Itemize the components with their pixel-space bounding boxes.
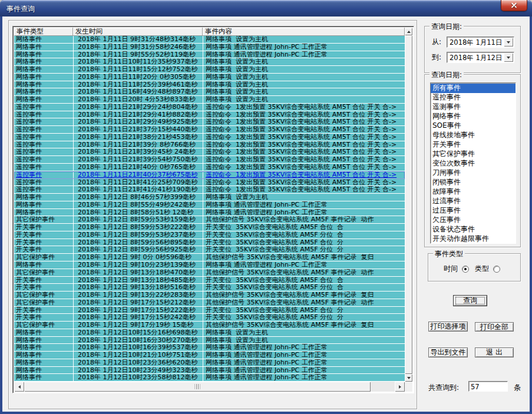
filter-list-item[interactable]: 变位次数事件 — [431, 159, 516, 168]
table-row[interactable]: 开关事件2018年 1月12日 8时59分53秒222毫秒开关变位 35KV综合… — [14, 224, 405, 231]
table-cell: 网络事件 — [14, 261, 73, 269]
table-row[interactable]: 遥控事件2018年 1月11日21时29分24秒804毫秒遥控命令 1发出预置 … — [14, 104, 405, 111]
table-row[interactable]: 网络事件2018年 1月12日10时23分58秒812毫秒网络事项 通讯管理进程… — [14, 374, 405, 382]
table-row[interactable]: 遥控事件2018年 1月11日21时29分41秒882毫秒遥控命令 1发出预置 … — [14, 111, 405, 119]
table-row[interactable]: 网络事件2018年 1月11日20时 4分53秒833毫秒网络事项 设置为主机 — [14, 96, 405, 104]
filter-list-item[interactable]: 其它保护事件 — [431, 150, 516, 159]
table-row[interactable]: 网络事件2018年 1月12日 9时10分23秒139毫秒网络事项 通讯管理进程… — [14, 261, 405, 269]
table-row[interactable]: 网络事件2018年 1月12日10时16分30秒270毫秒网络事项 设置为主机 — [14, 337, 405, 345]
table-cell: 2018年 1月11日11时25分39秒461毫秒 — [73, 81, 203, 88]
scroll-up-button[interactable] — [405, 28, 412, 35]
table-row[interactable]: 网络事件2018年 1月11日 9时31分48秒314毫秒网络事项 设置为主机 — [14, 36, 405, 44]
filter-list-item[interactable]: 故障事件 — [431, 187, 516, 197]
filter-list-item[interactable]: 过流事件 — [431, 197, 516, 206]
table-row[interactable]: 其它保护事件2018年 1月12日 9时17分19秒 15毫秒其他保护信号 35… — [14, 322, 405, 329]
table-cell: 2018年 1月11日10时11分35秒937毫秒 — [73, 58, 203, 65]
table-row[interactable]: 其它保护事件2018年 1月12日 8时59分53秒159毫秒其他保护信号 35… — [14, 216, 405, 224]
table-row[interactable]: 遥控事件2018年 1月11日21时40分 0秒765毫秒遥控命令 1发出预置 … — [14, 164, 405, 171]
filter-list-item[interactable]: 遥测事件 — [431, 102, 516, 112]
table-row[interactable]: 网络事件2018年 1月12日10时16分39秒537毫秒网络事项 通讯管理进程… — [14, 344, 405, 352]
table-row[interactable]: 网络事件2018年 1月11日11时20分 0秒305毫秒网络事项 设置为主机 — [14, 74, 405, 81]
table-row[interactable]: 网络事件2018年 1月12日10时15分16秒698毫秒网络事项 设置为主机 — [14, 329, 405, 337]
filter-list-item[interactable]: SOE事件 — [431, 121, 516, 131]
vertical-scrollbar[interactable] — [405, 28, 412, 382]
table-row[interactable]: 网络事件2018年 1月11日16时49分48秒897毫秒网络事项 设置为主机 — [14, 88, 405, 96]
column-header-event-type[interactable]: 事件类型 — [14, 28, 73, 36]
table-row[interactable]: 其它保护事件2018年 1月12日 9时17分15秒212毫秒其他保护信号 35… — [14, 299, 405, 307]
table-row[interactable]: 网络事件2018年 1月12日 8时55分49秒242毫秒网络事项 通讯管理进程… — [14, 201, 405, 209]
export-file-button[interactable]: 导出到文件 — [428, 347, 468, 357]
filter-list-item[interactable]: 母线接地事件 — [431, 131, 516, 140]
table-row[interactable]: 遥控事件2018年 1月11日21时41分25秒709毫秒遥控命令 1发出预置 … — [14, 179, 405, 187]
table-row[interactable]: 遥控事件2018年 1月11日21时39分 8秒766毫秒遥控命令 1发出预置 … — [14, 141, 405, 149]
table-row[interactable]: 遥控事件2018年 1月11日21时40分37秒675毫秒遥控命令 1发出预置 … — [14, 171, 405, 179]
table-cell: 2018年 1月12日 9时13分18秒485毫秒 — [73, 277, 203, 284]
scroll-right-button[interactable] — [395, 382, 405, 392]
table-row[interactable]: 开关事件2018年 1月12日 8时59分56秒925毫秒开关变位 35KV综合… — [14, 246, 405, 254]
table-cell: 网络事项 设置为主机 — [203, 194, 405, 201]
titlebar[interactable]: 事件查询 — [0, 0, 532, 16]
table-row[interactable]: 遥控事件2018年 1月11日21时39分54秒750毫秒遥控命令 1发出预置 … — [14, 156, 405, 164]
table-cell: 网络事件 — [14, 359, 73, 366]
table-row[interactable]: 遥控事件2018年 1月11日21时37分15秒440毫秒遥控命令 1发出预置 … — [14, 126, 405, 134]
scroll-left-button[interactable] — [14, 382, 24, 392]
from-date-dropdown-button[interactable] — [504, 38, 513, 47]
table-row[interactable]: 遥控事件2018年 1月11日21时38分21秒453毫秒遥控命令 1发出预置 … — [14, 134, 405, 141]
filter-list-item[interactable]: 遥控事件 — [431, 93, 516, 102]
table-row[interactable]: 开关事件2018年 1月12日 9时17分15秒242毫秒开关变位 35KV综合… — [14, 314, 405, 322]
table-row[interactable]: 其它保护事件2018年 1月12日 9时13分18秒470毫秒其他保护信号 35… — [14, 269, 405, 277]
table-row[interactable]: 开关事件2018年 1月12日 8时59分53秒237毫秒开关变位 35KV综合… — [14, 231, 405, 239]
table-row[interactable]: 遥控事件2018年 1月11日21时39分45秒 24毫秒遥控命令 1发出预置 … — [14, 148, 405, 156]
query-button[interactable]: 查询 — [453, 295, 487, 306]
table-row[interactable]: 网络事件2018年 1月11日11时15分12秒752毫秒网络事项 设置为主机 — [14, 66, 405, 74]
table-row[interactable]: 遥控事件2018年 1月11日21时41分41秒190毫秒遥控命令 1发出预置 … — [14, 186, 405, 194]
column-header-time[interactable]: 发生时间 — [73, 28, 203, 36]
to-date-dropdown-button[interactable] — [504, 53, 513, 62]
table-row[interactable]: 网络事件2018年 1月12日 8时58分51秒 12毫秒网络事项 通讯管理进程… — [14, 209, 405, 217]
column-header-content[interactable]: 事件内容 — [203, 28, 405, 36]
horizontal-scrollbar[interactable] — [14, 382, 405, 392]
table-row[interactable]: 开关事件2018年 1月12日 9时13分18秒516毫秒开关变位 35KV综合… — [14, 284, 405, 292]
from-date-picker[interactable]: 2018年 1月11日 — [447, 37, 514, 48]
table-cell: 网络事项 设置为主机 — [203, 74, 405, 81]
filter-list-item[interactable]: 欠压事件 — [431, 216, 516, 225]
table-row[interactable]: 开关事件2018年 1月12日 9时13分18秒485毫秒开关变位 35KV综合… — [14, 277, 405, 284]
table-row[interactable]: 遥控事件2018年 1月11日21时29分49秒925毫秒遥控命令 1发出预置 … — [14, 118, 405, 126]
radio-type-button[interactable] — [493, 266, 500, 273]
filter-list-item[interactable]: 所有事件 — [431, 84, 516, 93]
print-all-button[interactable]: 打印全部 — [475, 322, 514, 332]
table-row[interactable]: 网络事件2018年 1月11日 9时55分52秒119毫秒网络事项 通讯管理进程… — [14, 51, 405, 59]
horizontal-scrollbar-thumb[interactable] — [24, 382, 371, 392]
to-date-picker[interactable]: 2018年 1月12日 — [447, 52, 514, 63]
filter-list-item[interactable]: 刀闸事件 — [431, 168, 516, 178]
radio-option-type[interactable]: 类型 — [475, 264, 500, 274]
table-row[interactable]: 开关事件2018年 1月12日 9时17分15秒222毫秒开关变位 35KV综合… — [14, 307, 405, 314]
close-button[interactable] — [501, 0, 527, 11]
table-row[interactable]: 网络事件2018年 1月11日11时25分39秒461毫秒网络事项 设置为主机 — [14, 81, 405, 89]
table-row[interactable]: 开关事件2018年 1月12日 8时59分56秒895毫秒开关变位 35KV综合… — [14, 239, 405, 247]
filter-list-item[interactable]: 过压事件 — [431, 206, 516, 216]
print-selected-button[interactable]: 打印选择项 — [428, 322, 468, 332]
table-row[interactable]: 网络事件2018年 1月12日10时21分10秒751毫秒网络事项 通讯管理进程… — [14, 352, 405, 359]
table-row[interactable]: 网络事件2018年 1月12日 8时46分57秒399毫秒网络事项 设置为主机 — [14, 194, 405, 201]
vertical-scrollbar-thumb[interactable] — [405, 35, 412, 374]
table-body[interactable]: 网络事件2018年 1月11日 9时31分48秒314毫秒网络事项 设置为主机网… — [14, 36, 405, 382]
exit-button[interactable]: 退 出 — [475, 347, 514, 357]
event-filter-listbox[interactable]: 所有事件遥控事件遥测事件网络事件SOE事件母线接地事件开关事件其它保护事件变位次… — [430, 82, 516, 244]
filter-list-item[interactable]: 设备状态事件 — [431, 225, 516, 234]
table-row[interactable]: 网络事件2018年 1月11日10时11分35秒937毫秒网络事项 设置为主机 — [14, 58, 405, 66]
filter-list-item[interactable]: 闭锁事件 — [431, 178, 516, 187]
table-cell: 遥控事件 — [14, 104, 73, 111]
table-row[interactable]: 网络事件2018年 1月12日10时23分49秒323毫秒网络事项 通讯管理进程… — [14, 367, 405, 375]
radio-option-time[interactable]: 时间 — [444, 264, 469, 274]
table-row[interactable]: 网络事件2018年 1月11日 9时31分58秒246毫秒网络事项 通讯管理进程… — [14, 44, 405, 51]
table-row[interactable]: 其它保护事件2018年 1月12日 9时 0分 0秒596毫秒其他保护信号 35… — [14, 254, 405, 261]
table-row[interactable]: 其它保护事件2018年 1月12日 9时13分22秒283毫秒其他保护信号 35… — [14, 292, 405, 299]
filter-list-item[interactable]: 网络事件 — [431, 112, 516, 121]
table-row[interactable]: 网络事件2018年 1月12日10时23分36秒620毫秒网络事项 通讯管理进程… — [14, 359, 405, 367]
filter-list-item[interactable]: 开关动作越限事件 — [431, 234, 516, 244]
close-icon — [511, 3, 517, 8]
filter-list-item[interactable]: 开关事件 — [431, 140, 516, 150]
radio-time-button[interactable] — [462, 266, 469, 273]
scroll-down-button[interactable] — [405, 374, 412, 382]
